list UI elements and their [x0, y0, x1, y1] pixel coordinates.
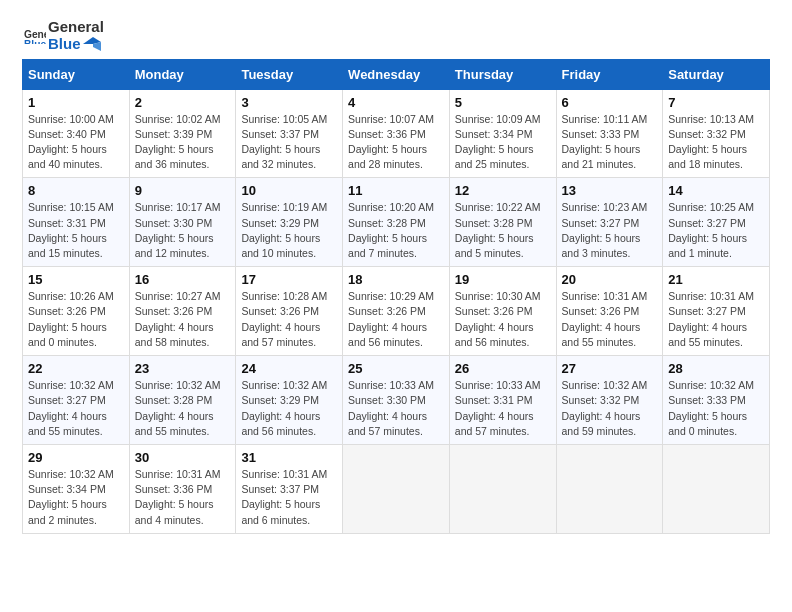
- calendar-cell: [343, 445, 450, 534]
- day-detail: Sunrise: 10:19 AMSunset: 3:29 PMDaylight…: [241, 201, 327, 259]
- day-detail: Sunrise: 10:07 AMSunset: 3:36 PMDaylight…: [348, 113, 434, 171]
- day-detail: Sunrise: 10:33 AMSunset: 3:31 PMDaylight…: [455, 379, 541, 437]
- day-number: 29: [28, 450, 124, 465]
- calendar-cell: 8Sunrise: 10:15 AMSunset: 3:31 PMDayligh…: [23, 178, 130, 267]
- calendar-cell: 10Sunrise: 10:19 AMSunset: 3:29 PMDaylig…: [236, 178, 343, 267]
- calendar-cell: 30Sunrise: 10:31 AMSunset: 3:36 PMDaylig…: [129, 445, 236, 534]
- weekday-header-monday: Monday: [129, 59, 236, 89]
- day-number: 3: [241, 95, 337, 110]
- header: General Blue General Blue: [22, 18, 770, 53]
- calendar-cell: 26Sunrise: 10:33 AMSunset: 3:31 PMDaylig…: [449, 356, 556, 445]
- day-number: 26: [455, 361, 551, 376]
- calendar-table: SundayMondayTuesdayWednesdayThursdayFrid…: [22, 59, 770, 534]
- calendar-cell: [556, 445, 663, 534]
- day-number: 2: [135, 95, 231, 110]
- day-detail: Sunrise: 10:00 AMSunset: 3:40 PMDaylight…: [28, 113, 114, 171]
- day-number: 7: [668, 95, 764, 110]
- calendar-week-row: 15Sunrise: 10:26 AMSunset: 3:26 PMDaylig…: [23, 267, 770, 356]
- day-detail: Sunrise: 10:32 AMSunset: 3:34 PMDaylight…: [28, 468, 114, 526]
- calendar-cell: 16Sunrise: 10:27 AMSunset: 3:26 PMDaylig…: [129, 267, 236, 356]
- day-number: 6: [562, 95, 658, 110]
- calendar-cell: 13Sunrise: 10:23 AMSunset: 3:27 PMDaylig…: [556, 178, 663, 267]
- calendar-cell: 23Sunrise: 10:32 AMSunset: 3:28 PMDaylig…: [129, 356, 236, 445]
- calendar-cell: 27Sunrise: 10:32 AMSunset: 3:32 PMDaylig…: [556, 356, 663, 445]
- calendar-page: General Blue General Blue: [0, 0, 792, 612]
- weekday-header-tuesday: Tuesday: [236, 59, 343, 89]
- day-detail: Sunrise: 10:32 AMSunset: 3:29 PMDaylight…: [241, 379, 327, 437]
- weekday-header-wednesday: Wednesday: [343, 59, 450, 89]
- day-number: 16: [135, 272, 231, 287]
- calendar-cell: 22Sunrise: 10:32 AMSunset: 3:27 PMDaylig…: [23, 356, 130, 445]
- day-detail: Sunrise: 10:02 AMSunset: 3:39 PMDaylight…: [135, 113, 221, 171]
- day-number: 19: [455, 272, 551, 287]
- day-detail: Sunrise: 10:23 AMSunset: 3:27 PMDaylight…: [562, 201, 648, 259]
- calendar-cell: [449, 445, 556, 534]
- calendar-cell: 7Sunrise: 10:13 AMSunset: 3:32 PMDayligh…: [663, 89, 770, 178]
- day-detail: Sunrise: 10:32 AMSunset: 3:27 PMDaylight…: [28, 379, 114, 437]
- logo-blue: Blue: [48, 35, 104, 52]
- day-number: 22: [28, 361, 124, 376]
- calendar-cell: 29Sunrise: 10:32 AMSunset: 3:34 PMDaylig…: [23, 445, 130, 534]
- day-number: 12: [455, 183, 551, 198]
- day-detail: Sunrise: 10:31 AMSunset: 3:36 PMDaylight…: [135, 468, 221, 526]
- calendar-week-row: 1Sunrise: 10:00 AMSunset: 3:40 PMDayligh…: [23, 89, 770, 178]
- logo-bird-icon: [83, 37, 101, 51]
- day-detail: Sunrise: 10:31 AMSunset: 3:26 PMDaylight…: [562, 290, 648, 348]
- day-number: 13: [562, 183, 658, 198]
- calendar-week-row: 8Sunrise: 10:15 AMSunset: 3:31 PMDayligh…: [23, 178, 770, 267]
- day-number: 10: [241, 183, 337, 198]
- day-detail: Sunrise: 10:17 AMSunset: 3:30 PMDaylight…: [135, 201, 221, 259]
- day-detail: Sunrise: 10:28 AMSunset: 3:26 PMDaylight…: [241, 290, 327, 348]
- day-detail: Sunrise: 10:05 AMSunset: 3:37 PMDaylight…: [241, 113, 327, 171]
- day-detail: Sunrise: 10:32 AMSunset: 3:33 PMDaylight…: [668, 379, 754, 437]
- calendar-cell: 11Sunrise: 10:20 AMSunset: 3:28 PMDaylig…: [343, 178, 450, 267]
- day-detail: Sunrise: 10:31 AMSunset: 3:27 PMDaylight…: [668, 290, 754, 348]
- weekday-header-saturday: Saturday: [663, 59, 770, 89]
- calendar-cell: 19Sunrise: 10:30 AMSunset: 3:26 PMDaylig…: [449, 267, 556, 356]
- day-detail: Sunrise: 10:33 AMSunset: 3:30 PMDaylight…: [348, 379, 434, 437]
- calendar-cell: 15Sunrise: 10:26 AMSunset: 3:26 PMDaylig…: [23, 267, 130, 356]
- day-number: 31: [241, 450, 337, 465]
- day-number: 21: [668, 272, 764, 287]
- day-number: 4: [348, 95, 444, 110]
- calendar-cell: 20Sunrise: 10:31 AMSunset: 3:26 PMDaylig…: [556, 267, 663, 356]
- calendar-week-row: 22Sunrise: 10:32 AMSunset: 3:27 PMDaylig…: [23, 356, 770, 445]
- day-number: 27: [562, 361, 658, 376]
- day-detail: Sunrise: 10:15 AMSunset: 3:31 PMDaylight…: [28, 201, 114, 259]
- day-number: 23: [135, 361, 231, 376]
- day-detail: Sunrise: 10:31 AMSunset: 3:37 PMDaylight…: [241, 468, 327, 526]
- calendar-cell: 5Sunrise: 10:09 AMSunset: 3:34 PMDayligh…: [449, 89, 556, 178]
- day-detail: Sunrise: 10:25 AMSunset: 3:27 PMDaylight…: [668, 201, 754, 259]
- day-number: 9: [135, 183, 231, 198]
- calendar-cell: 3Sunrise: 10:05 AMSunset: 3:37 PMDayligh…: [236, 89, 343, 178]
- day-number: 11: [348, 183, 444, 198]
- day-detail: Sunrise: 10:27 AMSunset: 3:26 PMDaylight…: [135, 290, 221, 348]
- calendar-cell: 24Sunrise: 10:32 AMSunset: 3:29 PMDaylig…: [236, 356, 343, 445]
- calendar-cell: 28Sunrise: 10:32 AMSunset: 3:33 PMDaylig…: [663, 356, 770, 445]
- calendar-cell: 21Sunrise: 10:31 AMSunset: 3:27 PMDaylig…: [663, 267, 770, 356]
- day-number: 25: [348, 361, 444, 376]
- svg-text:Blue: Blue: [24, 39, 46, 44]
- weekday-header-friday: Friday: [556, 59, 663, 89]
- day-number: 1: [28, 95, 124, 110]
- day-number: 24: [241, 361, 337, 376]
- day-number: 28: [668, 361, 764, 376]
- calendar-cell: 4Sunrise: 10:07 AMSunset: 3:36 PMDayligh…: [343, 89, 450, 178]
- calendar-week-row: 29Sunrise: 10:32 AMSunset: 3:34 PMDaylig…: [23, 445, 770, 534]
- calendar-cell: 25Sunrise: 10:33 AMSunset: 3:30 PMDaylig…: [343, 356, 450, 445]
- calendar-cell: 12Sunrise: 10:22 AMSunset: 3:28 PMDaylig…: [449, 178, 556, 267]
- weekday-header-thursday: Thursday: [449, 59, 556, 89]
- weekday-header-sunday: Sunday: [23, 59, 130, 89]
- logo-general: General: [48, 18, 104, 35]
- calendar-cell: [663, 445, 770, 534]
- day-number: 14: [668, 183, 764, 198]
- day-number: 20: [562, 272, 658, 287]
- svg-text:General: General: [24, 29, 46, 40]
- day-detail: Sunrise: 10:32 AMSunset: 3:28 PMDaylight…: [135, 379, 221, 437]
- calendar-cell: 14Sunrise: 10:25 AMSunset: 3:27 PMDaylig…: [663, 178, 770, 267]
- day-detail: Sunrise: 10:30 AMSunset: 3:26 PMDaylight…: [455, 290, 541, 348]
- day-number: 18: [348, 272, 444, 287]
- day-detail: Sunrise: 10:09 AMSunset: 3:34 PMDaylight…: [455, 113, 541, 171]
- day-detail: Sunrise: 10:20 AMSunset: 3:28 PMDaylight…: [348, 201, 434, 259]
- day-detail: Sunrise: 10:26 AMSunset: 3:26 PMDaylight…: [28, 290, 114, 348]
